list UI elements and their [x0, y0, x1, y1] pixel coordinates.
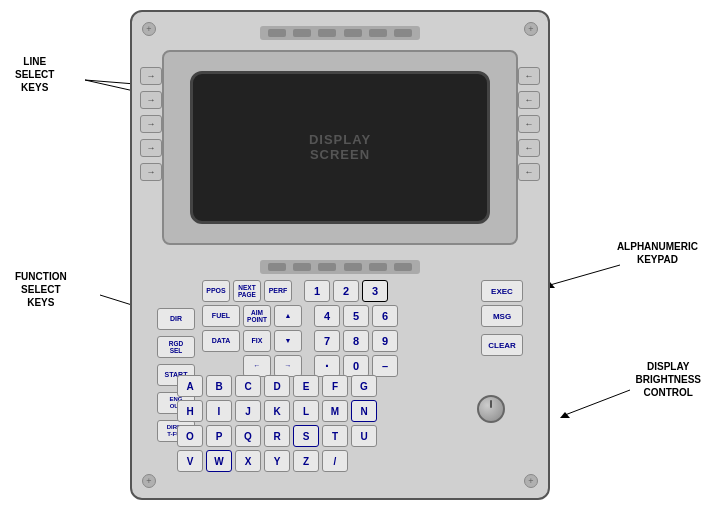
key-w[interactable]: W [206, 450, 232, 472]
key-e[interactable]: E [293, 375, 319, 397]
key-p[interactable]: P [206, 425, 232, 447]
aim-point-key[interactable]: AIMPOINT [243, 305, 271, 327]
display-screen: DISPLAY SCREEN [190, 71, 489, 224]
lsk-right-2[interactable]: ← [518, 91, 540, 109]
lsk-left-4[interactable]: → [140, 139, 162, 157]
key-n[interactable]: N [351, 400, 377, 422]
main-func-rows: PPOS NEXTPAGE PERF 1 2 3 FUEL AIMPOINT ▲… [202, 280, 398, 380]
ppos-key[interactable]: PPOS [202, 280, 230, 302]
lsk-right-4[interactable]: ← [518, 139, 540, 157]
screw-tr [524, 22, 538, 36]
lsk-left-2[interactable]: → [140, 91, 162, 109]
brightness-knob[interactable] [477, 395, 505, 423]
dir-key[interactable]: DIR [157, 308, 195, 330]
svg-marker-9 [560, 412, 570, 418]
lsk-right-1[interactable]: ← [518, 67, 540, 85]
key-r[interactable]: R [264, 425, 290, 447]
key-k[interactable]: K [264, 400, 290, 422]
key-f[interactable]: F [322, 375, 348, 397]
device-panel: DISPLAY SCREEN → → → → → ← ← ← ← ← [130, 10, 550, 500]
bottom-vent [260, 260, 420, 274]
num-8-key[interactable]: 8 [343, 330, 369, 352]
num-7-key[interactable]: 7 [314, 330, 340, 352]
svg-line-4 [565, 390, 630, 415]
top-vent [260, 26, 420, 40]
fuel-key[interactable]: FUEL [202, 305, 240, 327]
key-l[interactable]: L [293, 400, 319, 422]
display-screen-label: DISPLAY SCREEN [309, 132, 371, 162]
key-q[interactable]: Q [235, 425, 261, 447]
screw-bl [142, 474, 156, 488]
alpha-keypad: A B C D E F G H I J K L M N O P [177, 375, 523, 472]
key-c[interactable]: C [235, 375, 261, 397]
key-x[interactable]: X [235, 450, 261, 472]
lsk-right-5[interactable]: ← [518, 163, 540, 181]
clear-key[interactable]: CLEAR [481, 334, 523, 356]
function-select-keys-label: FUNCTION SELECT KEYS [15, 270, 67, 309]
lsk-left-1[interactable]: → [140, 67, 162, 85]
alphanumeric-keypad-label: ALPHANUMERIC KEYPAD [617, 240, 698, 266]
right-function-keys: EXEC MSG CLEAR [481, 280, 523, 356]
rgd-sel-key[interactable]: RGDSEL [157, 336, 195, 358]
lsk-left-5[interactable]: → [140, 163, 162, 181]
display-area: DISPLAY SCREEN [162, 50, 518, 245]
fix-key[interactable]: FIX [243, 330, 271, 352]
down-arrow-key[interactable]: ▼ [274, 330, 302, 352]
key-z[interactable]: Z [293, 450, 319, 472]
key-b[interactable]: B [206, 375, 232, 397]
key-m[interactable]: M [322, 400, 348, 422]
next-page-key[interactable]: NEXTPAGE [233, 280, 261, 302]
key-v[interactable]: V [177, 450, 203, 472]
dot-key[interactable]: · [314, 355, 340, 377]
alpha-row-2: H I J K L M N [177, 400, 523, 422]
num-2-key[interactable]: 2 [333, 280, 359, 302]
keypad-area: DIR RGDSEL START ENGOUT DIRECT-FUN PPOS … [157, 280, 523, 468]
key-g[interactable]: G [351, 375, 377, 397]
num-6-key[interactable]: 6 [372, 305, 398, 327]
key-i[interactable]: I [206, 400, 232, 422]
key-slash[interactable]: / [322, 450, 348, 472]
lsk-left-3[interactable]: → [140, 115, 162, 133]
perf-key[interactable]: PERF [264, 280, 292, 302]
alpha-row-3: O P Q R S T U [177, 425, 523, 447]
alpha-row-1: A B C D E F G [177, 375, 523, 397]
right-arrow-key[interactable]: → [274, 355, 302, 377]
svg-line-3 [550, 265, 620, 285]
msg-key[interactable]: MSG [481, 305, 523, 327]
key-j[interactable]: J [235, 400, 261, 422]
alpha-row-4: V W X Y Z / [177, 450, 523, 472]
data-key[interactable]: DATA [202, 330, 240, 352]
key-o[interactable]: O [177, 425, 203, 447]
key-d[interactable]: D [264, 375, 290, 397]
lsk-right-3[interactable]: ← [518, 115, 540, 133]
display-brightness-label: DISPLAY BRIGHTNESS CONTROL [635, 360, 701, 399]
left-arrow-key[interactable]: ← [243, 355, 271, 377]
exec-key[interactable]: EXEC [481, 280, 523, 302]
num-3-key[interactable]: 3 [362, 280, 388, 302]
num-9-key[interactable]: 9 [372, 330, 398, 352]
key-s[interactable]: S [293, 425, 319, 447]
lsk-right-group: ← ← ← ← ← [518, 67, 540, 181]
up-arrow-key[interactable]: ▲ [274, 305, 302, 327]
minus-key[interactable]: – [372, 355, 398, 377]
screw-tl [142, 22, 156, 36]
num-4-key[interactable]: 4 [314, 305, 340, 327]
lsk-left-group: → → → → → [140, 67, 162, 181]
screw-br [524, 474, 538, 488]
key-y[interactable]: Y [264, 450, 290, 472]
num-5-key[interactable]: 5 [343, 305, 369, 327]
key-a[interactable]: A [177, 375, 203, 397]
num-0-key[interactable]: 0 [343, 355, 369, 377]
key-u[interactable]: U [351, 425, 377, 447]
key-t[interactable]: T [322, 425, 348, 447]
num-1-key[interactable]: 1 [304, 280, 330, 302]
line-select-keys-label: LINE SELECT KEYS [15, 55, 54, 94]
key-h[interactable]: H [177, 400, 203, 422]
